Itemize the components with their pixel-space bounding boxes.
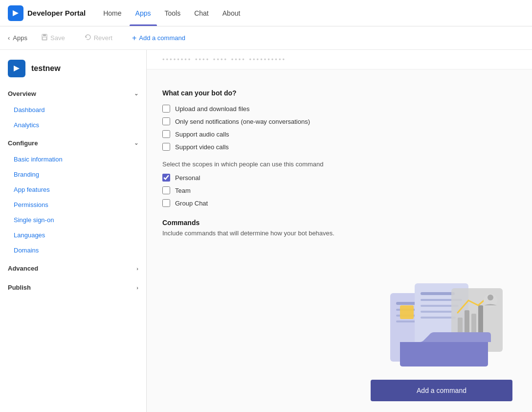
scopes-title: Select the scopes in which people can us… <box>162 160 516 168</box>
scope-personal-label: Personal <box>175 174 200 182</box>
chevron-right-icon-advanced: › <box>136 266 138 272</box>
nav-chat[interactable]: Chat <box>188 0 215 26</box>
sidebar-item-languages[interactable]: Languages <box>0 228 146 243</box>
nav-apps[interactable]: Apps <box>130 0 157 26</box>
breadcrumb-apps[interactable]: ‹ Apps <box>8 34 27 42</box>
scope-team[interactable]: Team <box>162 186 516 194</box>
revert-icon <box>85 34 91 42</box>
bot-capabilities-title: What can your bot do? <box>162 89 516 97</box>
main-layout: testnew Overview ⌄ Dashboard Analytics C… <box>0 50 532 412</box>
capability-audio-checkbox[interactable] <box>162 130 170 138</box>
nav-home[interactable]: Home <box>97 0 127 26</box>
sidebar-item-app-features[interactable]: App features <box>0 182 146 197</box>
breadcrumb-bar: ‹ Apps Save Revert + Add a command <box>0 26 532 50</box>
add-command-header-button[interactable]: + Add a command <box>126 31 191 45</box>
sidebar-item-branding[interactable]: Branding <box>0 167 146 182</box>
overview-section-header[interactable]: Overview ⌄ <box>0 85 146 102</box>
commands-section: Commands Include commands that will dete… <box>162 219 516 237</box>
add-command-header-label: Add a command <box>139 34 185 42</box>
scope-group-chat-label: Group Chat <box>175 200 208 207</box>
nav-tools[interactable]: Tools <box>159 0 187 26</box>
brand: Developer Portal <box>8 5 86 21</box>
scope-group-chat[interactable]: Group Chat <box>162 199 516 207</box>
sidebar: testnew Overview ⌄ Dashboard Analytics C… <box>0 50 147 412</box>
capability-upload-files-checkbox[interactable] <box>162 105 170 113</box>
capability-notifications-label: Only send notifications (one-way convers… <box>175 118 310 125</box>
chevron-left-icon: ‹ <box>8 34 10 42</box>
scope-team-label: Team <box>175 187 191 194</box>
sidebar-item-domains[interactable]: Domains <box>0 243 146 258</box>
configure-section-header[interactable]: Configure ⌄ <box>0 135 146 152</box>
capability-audio-calls[interactable]: Support audio calls <box>162 130 516 138</box>
sidebar-section-configure: Configure ⌄ Basic information Branding A… <box>0 135 146 258</box>
content-body: What can your bot do? Upload and downloa… <box>147 69 532 256</box>
commands-desc: Include commands that will determine how… <box>162 229 516 237</box>
capability-notifications[interactable]: Only send notifications (one-way convers… <box>162 117 516 125</box>
nav-about[interactable]: About <box>217 0 246 26</box>
publish-label: Publish <box>8 284 31 291</box>
capability-upload-files[interactable]: Upload and download files <box>162 105 516 113</box>
faded-input-bar: •••••••• •••• •••• •••• •••••••••• <box>147 50 532 69</box>
top-navigation: Developer Portal Home Apps Tools Chat Ab… <box>0 0 532 26</box>
scope-team-checkbox[interactable] <box>162 186 170 194</box>
add-command-button[interactable]: Add a command <box>371 380 512 401</box>
svg-rect-13 <box>421 311 452 313</box>
scopes-group: Personal Team Group Chat <box>162 174 516 207</box>
svg-rect-8 <box>400 305 414 319</box>
advanced-label: Advanced <box>8 265 38 272</box>
capability-video-checkbox[interactable] <box>162 143 170 151</box>
app-name: testnew <box>31 64 61 73</box>
sidebar-section-publish: Publish › <box>0 279 146 296</box>
save-button[interactable]: Save <box>35 31 71 45</box>
main-content: •••••••• •••• •••• •••• •••••••••• What … <box>147 50 532 412</box>
commands-title: Commands <box>162 219 516 227</box>
breadcrumb-apps-label: Apps <box>13 34 27 42</box>
sidebar-item-dashboard[interactable]: Dashboard <box>0 102 146 117</box>
svg-rect-2 <box>43 37 46 40</box>
svg-rect-10 <box>421 292 455 295</box>
illustration-container: Add a command <box>147 266 532 411</box>
sidebar-item-analytics[interactable]: Analytics <box>0 117 146 133</box>
capability-video-calls[interactable]: Support video calls <box>162 143 516 151</box>
plus-icon: + <box>132 34 136 43</box>
nav-links: Home Apps Tools Chat About <box>97 0 246 26</box>
chevron-down-icon: ⌄ <box>134 91 138 97</box>
faded-text: •••••••• •••• •••• •••• •••••••••• <box>162 56 286 63</box>
save-label: Save <box>50 34 65 42</box>
add-command-button-label: Add a command <box>417 387 466 394</box>
scope-personal-checkbox[interactable] <box>162 174 170 182</box>
overview-label: Overview <box>8 90 36 97</box>
sidebar-item-permissions[interactable]: Permissions <box>0 197 146 212</box>
advanced-section-header[interactable]: Advanced › <box>0 260 146 277</box>
save-icon <box>41 34 48 42</box>
chevron-right-icon-publish: › <box>136 285 138 291</box>
scope-group-chat-checkbox[interactable] <box>162 199 170 207</box>
capabilities-group: Upload and download files Only send noti… <box>162 105 516 151</box>
publish-section-header[interactable]: Publish › <box>0 279 146 296</box>
app-icon <box>8 60 25 77</box>
capability-audio-label: Support audio calls <box>175 131 229 138</box>
revert-button[interactable]: Revert <box>79 31 118 45</box>
app-header: testnew <box>0 50 146 85</box>
sidebar-section-advanced: Advanced › <box>0 260 146 277</box>
brand-name: Developer Portal <box>27 9 86 17</box>
capability-notifications-checkbox[interactable] <box>162 117 170 125</box>
scope-section: Select the scopes in which people can us… <box>162 160 516 207</box>
capability-video-label: Support video calls <box>175 143 229 151</box>
sidebar-item-single-sign-on[interactable]: Single sign-on <box>0 212 146 228</box>
revert-label: Revert <box>94 34 112 42</box>
illustration-svg <box>376 276 512 374</box>
svg-point-22 <box>488 295 493 300</box>
svg-rect-1 <box>43 34 46 36</box>
brand-logo <box>8 5 23 21</box>
svg-rect-14 <box>421 317 456 319</box>
chevron-down-icon-configure: ⌄ <box>134 140 138 146</box>
configure-label: Configure <box>8 139 38 147</box>
capability-upload-files-label: Upload and download files <box>175 105 250 113</box>
sidebar-section-overview: Overview ⌄ Dashboard Analytics <box>0 85 146 133</box>
scope-personal[interactable]: Personal <box>162 174 516 182</box>
sidebar-item-basic-information[interactable]: Basic information <box>0 152 146 167</box>
